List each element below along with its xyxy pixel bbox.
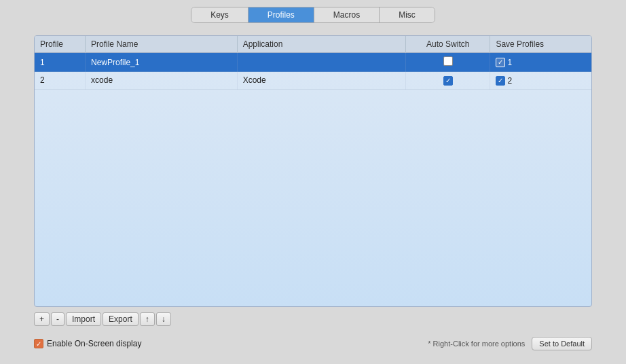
saveprofiles-cb-wrapper-2: ✓ 2 [496, 76, 512, 86]
table-header-row: Profile Profile Name Application Auto Sw… [35, 36, 591, 53]
saveprofiles-cb-wrapper-1: ✓ 1 [496, 58, 512, 67]
tab-macros[interactable]: Macros [314, 7, 380, 22]
col-header-name: Profile Name [86, 36, 238, 53]
cell-autoswitch-1[interactable] [406, 53, 490, 72]
col-header-saveprofiles: Save Profiles [490, 36, 591, 53]
profiles-table: Profile Profile Name Application Auto Sw… [35, 36, 591, 90]
cell-profile-1: 1 [35, 53, 86, 72]
remove-button[interactable]: - [51, 312, 65, 326]
table-row[interactable]: 1 NewProfile_1 ✓ 1 [35, 53, 591, 72]
move-down-button[interactable]: ↓ [156, 312, 171, 326]
table-row[interactable]: 2 xcode Xcode ✓ ✓ 2 [35, 72, 591, 90]
move-up-button[interactable]: ↑ [140, 312, 155, 326]
right-side-bottom: * Right-Click for more options Set to De… [428, 337, 592, 350]
autoswitch-checkbox-1[interactable] [443, 56, 453, 66]
cell-name-1: NewProfile_1 [86, 53, 238, 72]
tab-profiles[interactable]: Profiles [248, 7, 314, 22]
main-container: Keys Profiles Macros Misc Profile Profil… [0, 0, 626, 364]
cell-application-2: Xcode [237, 72, 405, 90]
cell-saveprofiles-1[interactable]: ✓ 1 [490, 53, 591, 72]
tab-keys[interactable]: Keys [191, 7, 248, 22]
enable-osd-checkbox[interactable]: ✓ [34, 339, 43, 348]
col-header-application: Application [237, 36, 405, 53]
enable-osd-label: Enable On-Screen display [47, 339, 141, 348]
saveprofiles-label-2: 2 [507, 76, 512, 86]
profiles-table-container: Profile Profile Name Application Auto Sw… [34, 35, 592, 307]
autoswitch-checkbox-2[interactable]: ✓ [443, 76, 453, 86]
cell-application-1 [237, 53, 405, 72]
col-header-profile: Profile [35, 36, 86, 53]
content-area: Profile Profile Name Application Auto Sw… [14, 35, 612, 326]
saveprofiles-checkbox-1[interactable]: ✓ [496, 58, 505, 67]
saveprofiles-checkbox-2[interactable]: ✓ [496, 76, 505, 86]
import-button[interactable]: Import [66, 312, 101, 326]
bottom-bar: ✓ Enable On-Screen display * Right-Click… [14, 337, 612, 350]
right-click-hint: * Right-Click for more options [428, 340, 525, 348]
col-header-autoswitch: Auto Switch [406, 36, 490, 53]
toolbar: + - Import Export ↑ ↓ [34, 312, 592, 326]
set-default-button[interactable]: Set to Default [532, 337, 592, 350]
enable-osd-container: ✓ Enable On-Screen display [34, 339, 141, 348]
tab-bar: Keys Profiles Macros Misc [191, 7, 435, 23]
cell-name-2: xcode [86, 72, 238, 90]
cell-autoswitch-2[interactable]: ✓ [406, 72, 490, 90]
tab-misc[interactable]: Misc [380, 7, 435, 22]
cell-profile-2: 2 [35, 72, 86, 90]
export-button[interactable]: Export [103, 312, 139, 326]
cell-saveprofiles-2[interactable]: ✓ 2 [490, 72, 591, 90]
saveprofiles-label-1: 1 [507, 58, 512, 67]
add-button[interactable]: + [34, 312, 50, 326]
